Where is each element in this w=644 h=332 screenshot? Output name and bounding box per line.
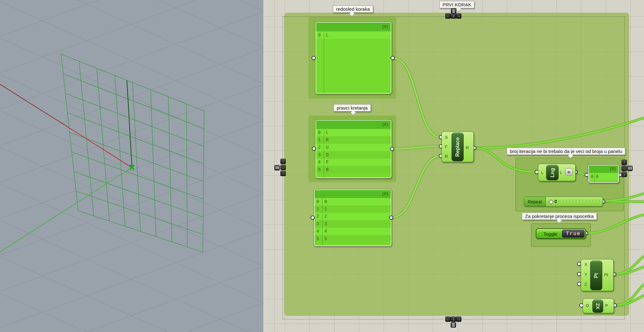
x-axis-line-far bbox=[0, 84, 65, 125]
panel-row[interactable]: 5B bbox=[316, 166, 391, 173]
branch-path: {0} bbox=[382, 123, 389, 127]
branch-path: {0} bbox=[382, 192, 389, 196]
index-divider bbox=[595, 173, 595, 182]
panel-row[interactable]: 44 bbox=[315, 228, 391, 235]
branch-path: {0} bbox=[609, 167, 616, 171]
scroll-up-icon[interactable]: ↑ bbox=[622, 160, 627, 165]
panel-step-order-output[interactable] bbox=[391, 56, 395, 60]
scroll-vertical-icon[interactable]: ↕ bbox=[451, 316, 456, 322]
viewport-3d-scene bbox=[0, 0, 263, 332]
panel-numbers-output[interactable] bbox=[389, 216, 393, 220]
scroll-up-icon[interactable]: ↑ bbox=[280, 159, 286, 164]
panel-step-order-input[interactable] bbox=[312, 56, 316, 60]
scroll-vertical-icon[interactable]: ↕ bbox=[451, 13, 456, 19]
panel-row[interactable]: 22 bbox=[315, 213, 391, 220]
pt-input-label-X: X bbox=[585, 262, 587, 267]
slider-value: 0 bbox=[554, 199, 557, 204]
pt-input-label-Y: Y bbox=[585, 272, 587, 277]
xz-capsule[interactable]: XZ bbox=[592, 300, 603, 313]
panel-row[interactable]: 0L bbox=[316, 129, 391, 136]
xz-output-label-P: P bbox=[605, 303, 608, 308]
scroll-left-icon[interactable]: ← bbox=[445, 13, 451, 19]
panel-numbers-input[interactable] bbox=[311, 216, 315, 220]
panel-directions[interactable]: {0} 0L 1R 2U 3D 4F 5B bbox=[316, 120, 391, 178]
panel-numbers[interactable]: {0} 00 11 22 33 44 55 bbox=[314, 189, 391, 246]
pt-component[interactable]: X Y Z Pt Pt bbox=[581, 259, 614, 291]
replace-component[interactable]: S F R Replace R bbox=[441, 131, 474, 162]
panel-directions-input[interactable] bbox=[312, 147, 316, 151]
boolean-toggle[interactable]: Toggle True bbox=[536, 228, 586, 239]
pt-output-label: Pt bbox=[604, 272, 608, 277]
lng-component[interactable]: L Lng L * bbox=[538, 164, 576, 181]
panel-row[interactable]: 0 0 bbox=[589, 173, 618, 180]
lng-output-label: L bbox=[560, 170, 562, 175]
pt-capsule[interactable]: Pt bbox=[590, 261, 602, 290]
scroll-left-icon[interactable]: ← bbox=[445, 316, 451, 322]
expression-asterisk-icon[interactable]: * bbox=[565, 168, 572, 176]
scroll-horizontal-icon[interactable]: ↔ bbox=[622, 166, 627, 171]
panel-row[interactable]: 3D bbox=[316, 151, 391, 158]
index-divider bbox=[324, 31, 324, 93]
toggle-label: Toggle bbox=[543, 231, 557, 236]
index-divider bbox=[322, 198, 322, 246]
panel-row[interactable]: 4F bbox=[316, 159, 391, 166]
scroll-right-icon[interactable]: → bbox=[456, 316, 461, 322]
scroll-right-icon[interactable]: → bbox=[456, 13, 461, 19]
scroll-horizontal-icon[interactable]: ↔ bbox=[280, 165, 286, 170]
lng-capsule[interactable]: Lng bbox=[546, 165, 559, 180]
panel-row[interactable]: 0 L bbox=[316, 31, 391, 39]
slider-ticks bbox=[560, 200, 600, 201]
pt-input-label-Z: Z bbox=[585, 282, 587, 287]
notes-list-icon[interactable] bbox=[451, 8, 456, 14]
index-divider bbox=[324, 129, 324, 177]
panel-header: {0} bbox=[316, 22, 391, 32]
scroll-down-icon[interactable]: ↓ bbox=[280, 171, 286, 176]
panel-iteration[interactable]: {0} 0 0 bbox=[588, 165, 619, 183]
group-label-step-order[interactable]: redosled koraka bbox=[333, 5, 373, 13]
slider-grip-icon[interactable] bbox=[549, 200, 554, 205]
panel-row[interactable]: 55 bbox=[315, 235, 391, 242]
panel-row[interactable]: 00 bbox=[315, 198, 391, 205]
xz-component[interactable]: O XZ P bbox=[583, 298, 614, 313]
replace-capsule[interactable]: Replace bbox=[452, 133, 464, 161]
replace-output-label-R: R bbox=[466, 145, 469, 150]
x-axis-line bbox=[65, 125, 131, 167]
panel-row[interactable]: 2U bbox=[316, 144, 391, 151]
replace-input-label-S: S bbox=[445, 135, 448, 140]
y-axis-line bbox=[0, 168, 131, 252]
panel-row[interactable]: 1R bbox=[316, 136, 391, 144]
branch-path: {0} bbox=[382, 25, 389, 29]
notes-list-icon[interactable] bbox=[451, 322, 456, 328]
group-label-directions[interactable]: pravci kretanja bbox=[334, 104, 371, 112]
replace-input-label-F: F bbox=[445, 144, 447, 149]
panel-row[interactable]: 11 bbox=[315, 205, 391, 213]
group-label-first-step[interactable]: PRVI KORAK bbox=[439, 1, 474, 8]
panel-step-order[interactable]: {0} 0 L bbox=[316, 22, 391, 94]
panel-row[interactable]: 33 bbox=[315, 220, 391, 227]
panel-directions-output[interactable] bbox=[390, 147, 394, 151]
panel-header: {0} bbox=[589, 165, 618, 173]
rhino-viewport[interactable] bbox=[0, 0, 264, 332]
scrollbar-icon[interactable] bbox=[627, 166, 633, 171]
scroll-down-icon[interactable]: ↓ bbox=[622, 172, 627, 177]
scrollbar-icon[interactable] bbox=[274, 165, 280, 170]
repeat-slider[interactable]: Repeat 0 bbox=[524, 197, 603, 207]
lng-input-label: L bbox=[541, 170, 543, 175]
replace-input-label-R: R bbox=[445, 154, 448, 159]
toggle-state-value[interactable]: True bbox=[562, 230, 585, 238]
panel-header: {0} bbox=[315, 190, 391, 198]
xz-input-label-O: O bbox=[586, 303, 589, 308]
panel-header: {0} bbox=[316, 120, 391, 129]
tooltip-iterations-note: broj iteracija ne bi trebalo da je veci … bbox=[507, 148, 625, 155]
slider-label: Repeat bbox=[524, 197, 546, 206]
